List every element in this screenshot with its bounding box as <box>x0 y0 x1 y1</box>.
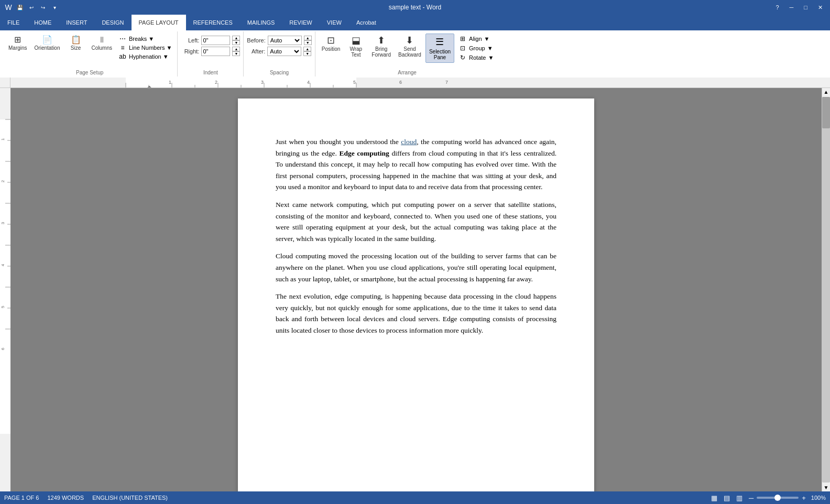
cloud-link[interactable]: cloud <box>401 138 417 146</box>
spacing-after-row: After: Auto0pt6pt12pt ▲ ▼ <box>247 47 311 56</box>
status-bar: PAGE 1 OF 6 1249 WORDS ENGLISH (UNITED S… <box>0 491 830 504</box>
group-button[interactable]: ⊡ Group ▼ <box>456 44 496 52</box>
svg-text:7: 7 <box>445 80 448 85</box>
title-bar: W 💾 ↩ ↪ ▾ sample text - Word ? ─ □ ✕ <box>0 0 830 15</box>
ribbon-content: ⊞ Margins 📄 Orientation 📋 Size ⫴ Columns… <box>0 30 830 78</box>
print-layout-button[interactable]: ▦ <box>710 494 718 502</box>
bold-edge-computing: Edge computing <box>340 149 389 157</box>
margins-button[interactable]: ⊞ Margins <box>5 34 30 53</box>
spacing-after-up[interactable]: ▲ <box>303 47 311 51</box>
hyphenation-icon: ab <box>118 53 127 60</box>
read-mode-button[interactable]: ▤ <box>723 494 731 502</box>
position-button[interactable]: ⊡ Position <box>319 34 344 54</box>
spacing-after-select[interactable]: Auto0pt6pt12pt <box>267 47 301 56</box>
tab-design[interactable]: DESIGN <box>94 15 131 30</box>
ribbon-tabs: FILE HOME INSERT DESIGN PAGE LAYOUT REFE… <box>0 15 830 30</box>
spacing-before-up[interactable]: ▲ <box>304 36 312 40</box>
indent-right-input[interactable] <box>201 47 230 56</box>
close-button[interactable]: ✕ <box>815 3 826 12</box>
indent-label: Indent <box>181 70 240 76</box>
more-qa-icon[interactable]: ▾ <box>50 3 59 12</box>
paragraph-4: The next evolution, edge computing, is h… <box>276 291 556 336</box>
paragraph-3: Cloud computing moved the processing loc… <box>276 250 556 284</box>
scroll-down-button[interactable]: ▼ <box>823 484 830 491</box>
document-page[interactable]: Just when you thought you understood the… <box>238 98 594 491</box>
minimize-button[interactable]: ─ <box>787 3 797 12</box>
save-icon[interactable]: 💾 <box>16 3 24 12</box>
hyphenation-button[interactable]: ab Hyphenation ▼ <box>116 52 174 61</box>
vertical-scrollbar[interactable]: ▲ ▼ <box>822 88 830 491</box>
spacing-group: Before: Auto0pt6pt12pt ▲ ▼ After: Auto0p… <box>244 31 315 76</box>
document-title: sample text - Word <box>389 4 441 11</box>
size-button[interactable]: 📋 Size <box>64 34 88 53</box>
indent-right-down[interactable]: ▼ <box>232 51 240 56</box>
quick-access-toolbar: W 💾 ↩ ↪ ▾ <box>4 3 59 12</box>
status-right: ▦ ▤ ▥ ─ + 100% <box>710 494 826 502</box>
horizontal-ruler: 1 2 3 4 5 6 7 <box>10 78 830 88</box>
indent-left-up[interactable]: ▲ <box>232 36 240 40</box>
language: ENGLISH (UNITED STATES) <box>92 495 168 501</box>
tab-review[interactable]: REVIEW <box>282 15 319 30</box>
svg-text:3: 3 <box>1 222 5 224</box>
indent-left-down[interactable]: ▼ <box>232 40 240 45</box>
svg-text:6: 6 <box>399 80 402 85</box>
svg-text:4: 4 <box>307 80 310 85</box>
restore-button[interactable]: □ <box>801 3 811 12</box>
wrap-text-icon: ⬓ <box>352 36 361 45</box>
tab-file[interactable]: FILE <box>0 15 27 30</box>
tab-page-layout[interactable]: PAGE LAYOUT <box>132 15 186 30</box>
orientation-button[interactable]: 📄 Orientation <box>31 34 63 53</box>
help-button[interactable]: ? <box>772 3 782 12</box>
columns-icon: ⫴ <box>100 36 104 44</box>
scroll-track[interactable] <box>822 97 830 483</box>
columns-button[interactable]: ⫴ Columns <box>89 34 115 53</box>
paragraph-2: Next came network computing, which put c… <box>276 199 556 244</box>
bring-forward-button[interactable]: ⬆ Bring Forward <box>368 34 394 60</box>
ruler-corner <box>0 78 10 88</box>
wrap-text-button[interactable]: ⬓ Wrap Text <box>344 34 367 60</box>
selection-pane-icon: ☰ <box>435 36 444 48</box>
svg-text:1: 1 <box>169 80 171 85</box>
indent-left-label: Left: <box>181 37 199 43</box>
document-area: Just when you thought you understood the… <box>10 88 822 491</box>
vertical-ruler-marks: 1 2 3 4 5 6 <box>0 88 10 504</box>
tab-view[interactable]: VIEW <box>320 15 349 30</box>
position-icon: ⊡ <box>327 36 335 45</box>
send-backward-icon: ⬇ <box>406 36 413 45</box>
line-numbers-button[interactable]: ≡ Line Numbers ▼ <box>116 43 174 52</box>
zoom-slider[interactable] <box>757 497 799 499</box>
send-backward-button[interactable]: ⬇ Send Backward <box>395 34 424 60</box>
scroll-thumb[interactable] <box>822 97 830 128</box>
spacing-before-down[interactable]: ▼ <box>304 40 312 45</box>
selection-pane-button[interactable]: ☰ Selection Pane <box>425 34 454 63</box>
indent-left-row: Left: ▲ ▼ <box>181 36 240 45</box>
svg-text:6: 6 <box>1 347 5 350</box>
scroll-up-button[interactable]: ▲ <box>823 88 830 96</box>
spacing-before-label: Before: <box>247 37 265 43</box>
breaks-icon: ⋯ <box>118 35 127 42</box>
tab-insert[interactable]: INSERT <box>59 15 94 30</box>
spacing-after-down[interactable]: ▼ <box>303 51 311 56</box>
tab-references[interactable]: REFERENCES <box>186 15 240 30</box>
tab-acrobat[interactable]: Acrobat <box>349 15 384 30</box>
web-layout-button[interactable]: ▥ <box>735 494 744 502</box>
zoom-level: 100% <box>811 495 826 501</box>
indent-left-input[interactable] <box>201 36 230 45</box>
align-button[interactable]: ⊞ Align ▼ <box>456 35 496 43</box>
undo-icon[interactable]: ↩ <box>27 3 36 12</box>
page-setup-group: ⊞ Margins 📄 Orientation 📋 Size ⫴ Columns… <box>2 31 178 76</box>
indent-right-row: Right: ▲ ▼ <box>181 47 240 56</box>
svg-text:5: 5 <box>353 80 356 85</box>
rotate-button[interactable]: ↻ Rotate ▼ <box>456 53 496 62</box>
tab-home[interactable]: HOME <box>27 15 59 30</box>
margins-icon: ⊞ <box>14 36 21 44</box>
tab-mailings[interactable]: MAILINGS <box>240 15 282 30</box>
indent-right-label: Right: <box>181 48 199 54</box>
spacing-before-select[interactable]: Auto0pt6pt12pt <box>268 36 302 45</box>
breaks-button[interactable]: ⋯ Breaks ▼ <box>116 35 174 43</box>
indent-right-up[interactable]: ▲ <box>232 47 240 51</box>
zoom-in-button[interactable]: + <box>801 494 807 502</box>
main-area: 1 2 3 4 5 6 Just when you thought you un… <box>0 88 830 491</box>
zoom-out-button[interactable]: ─ <box>748 494 755 502</box>
redo-icon[interactable]: ↪ <box>39 3 47 12</box>
